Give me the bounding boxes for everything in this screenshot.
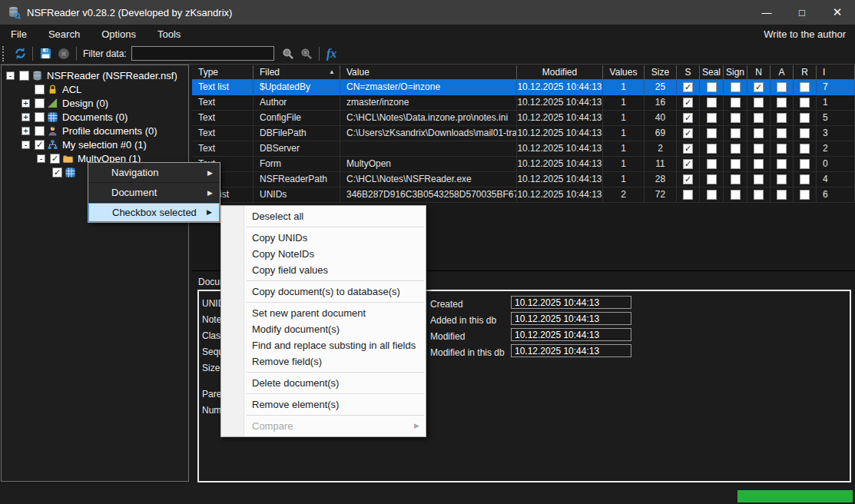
expand-toggle[interactable]: + — [22, 127, 30, 135]
checkbox-a[interactable] — [777, 174, 787, 184]
checkbox-sign[interactable] — [731, 190, 741, 200]
checkbox-sign[interactable] — [731, 128, 741, 138]
checkbox-r[interactable] — [800, 144, 810, 154]
close-button[interactable]: ✕ — [820, 0, 855, 25]
checkbox-a[interactable] — [777, 98, 787, 108]
checkbox-sign[interactable] — [731, 144, 741, 154]
checkbox-s[interactable] — [683, 190, 693, 200]
checkbox-s[interactable]: ✓ — [683, 144, 693, 154]
col-modified[interactable]: Modified — [517, 65, 603, 80]
expand-toggle[interactable]: - — [6, 71, 15, 80]
tree-item-documents[interactable]: + Documents (0) — [2, 110, 188, 124]
checkbox-sign[interactable] — [731, 174, 741, 184]
checkbox-r[interactable] — [800, 190, 810, 200]
tree-item-profile-documents[interactable]: + Profile documents (0) — [2, 124, 188, 138]
checkbox-r[interactable] — [800, 128, 810, 138]
modified-value[interactable]: 10.12.2025 10:44:13 — [511, 328, 631, 341]
search-button[interactable] — [279, 45, 297, 62]
expand-toggle[interactable]: - — [37, 154, 45, 163]
checkbox-a[interactable] — [777, 159, 787, 169]
menu-item-find-replace[interactable]: Find and replace substing in all fields — [221, 337, 426, 353]
checkbox-r[interactable] — [800, 174, 810, 184]
tree-item-my-selection[interactable]: - ✓ My selection #0 (1) — [2, 138, 188, 151]
checkbox-r[interactable] — [800, 98, 810, 108]
save-button[interactable] — [36, 45, 55, 62]
checkbox-n[interactable] — [754, 128, 764, 138]
col-n[interactable]: N — [747, 65, 770, 80]
checkbox-sign[interactable] — [731, 82, 741, 92]
checkbox-a[interactable] — [777, 82, 787, 92]
col-r[interactable]: R — [794, 65, 817, 80]
maximize-button[interactable]: □ — [784, 0, 820, 25]
checkbox-a[interactable] — [777, 113, 787, 123]
checkbox-seal[interactable] — [707, 159, 717, 169]
menu-item-compare[interactable]: Compare ▶ — [221, 418, 426, 434]
tree-checkbox[interactable] — [19, 71, 29, 81]
checkbox-n[interactable]: ✓ — [754, 82, 764, 92]
col-size[interactable]: Size — [645, 65, 677, 80]
checkbox-n[interactable] — [754, 190, 764, 200]
col-i[interactable]: I — [817, 65, 855, 80]
checkbox-seal[interactable] — [707, 190, 717, 200]
tree-checkbox[interactable]: ✓ — [52, 167, 62, 177]
table-row[interactable]: Text list $UpdatedBy CN=zmaster/O=inzone… — [192, 80, 855, 95]
menu-item-copy-unids[interactable]: Copy UNIDs — [221, 230, 426, 246]
col-values[interactable]: Values — [603, 65, 645, 80]
table-row[interactable]: Text Form MultyOpen 10.12.2025 10:44:13 … — [192, 157, 855, 172]
checkbox-seal[interactable] — [707, 98, 717, 108]
checkbox-sign[interactable] — [731, 98, 741, 108]
table-row[interactable]: Text DBServer 10.12.2025 10:44:13 1 2 ✓ … — [192, 141, 855, 157]
table-row[interactable]: Text DBFilePath C:\Users\zKsandrix\Downl… — [192, 126, 855, 141]
menu-item-remove-elements[interactable]: Remove element(s) — [221, 396, 426, 413]
write-to-author-link[interactable]: Write to the author — [764, 28, 855, 40]
checkbox-s[interactable]: ✓ — [683, 82, 693, 92]
checkbox-n[interactable] — [754, 98, 764, 108]
checkbox-n[interactable] — [754, 159, 764, 169]
tree-checkbox[interactable]: ✓ — [35, 140, 45, 150]
tree-item-acl[interactable]: ACL — [2, 82, 188, 96]
checkbox-seal[interactable] — [707, 144, 717, 154]
tree-item-design[interactable]: + Design (0) — [2, 96, 188, 110]
checkbox-s[interactable]: ✓ — [683, 159, 693, 169]
col-s[interactable]: S — [677, 65, 700, 80]
checkbox-r[interactable] — [800, 82, 810, 92]
menu-tools[interactable]: Tools — [147, 28, 191, 40]
table-row[interactable]: Text Author zmaster/inzone 10.12.2025 10… — [192, 95, 855, 111]
menu-file[interactable]: File — [0, 28, 38, 40]
table-row[interactable]: Text list UNIDs 346B287D916C3B0543258D57… — [192, 187, 855, 203]
checkbox-n[interactable] — [754, 113, 764, 123]
col-sign[interactable]: Sign — [724, 65, 747, 80]
expand-toggle[interactable]: - — [22, 141, 30, 149]
checkbox-r[interactable] — [800, 159, 810, 169]
formula-button[interactable]: fx — [323, 45, 341, 62]
checkbox-a[interactable] — [777, 190, 787, 200]
tree-checkbox[interactable] — [35, 98, 45, 108]
checkbox-sign[interactable] — [731, 113, 741, 123]
checkbox-a[interactable] — [777, 128, 787, 138]
checkbox-s[interactable]: ✓ — [683, 113, 693, 123]
abort-button[interactable] — [55, 45, 73, 62]
menu-item-copy-field-values[interactable]: Copy field values — [221, 262, 426, 278]
checkbox-s[interactable]: ✓ — [683, 128, 693, 138]
checkbox-a[interactable] — [777, 144, 787, 154]
minimize-button[interactable]: — — [749, 0, 784, 25]
refresh-button[interactable] — [11, 45, 29, 62]
menu-item-checkbox-selected[interactable]: Checkbox selected ▶ — [88, 203, 220, 222]
col-type[interactable]: Type — [192, 65, 254, 80]
modified-in-db-value[interactable]: 10.12.2025 10:44:13 — [511, 344, 631, 357]
clear-search-button[interactable] — [297, 45, 316, 62]
checkbox-r[interactable] — [800, 113, 810, 123]
menu-item-navigation[interactable]: Navigation ▶ — [88, 163, 220, 183]
added-in-db-value[interactable]: 10.12.2025 10:44:13 — [511, 312, 631, 325]
checkbox-seal[interactable] — [707, 174, 717, 184]
checkbox-n[interactable] — [754, 174, 764, 184]
checkbox-seal[interactable] — [707, 82, 717, 92]
menu-item-copy-noteids[interactable]: Copy NoteIDs — [221, 246, 426, 262]
tree-checkbox[interactable] — [35, 126, 45, 136]
table-row[interactable]: Text ConfigFile C:\HCL\Notes\Data.inzone… — [192, 111, 855, 126]
menu-item-modify-documents[interactable]: Modify document(s) — [221, 321, 426, 337]
checkbox-seal[interactable] — [707, 113, 717, 123]
expand-toggle[interactable]: + — [22, 99, 30, 108]
col-filed[interactable]: Filed▲ — [254, 65, 340, 80]
checkbox-sign[interactable] — [731, 159, 741, 169]
